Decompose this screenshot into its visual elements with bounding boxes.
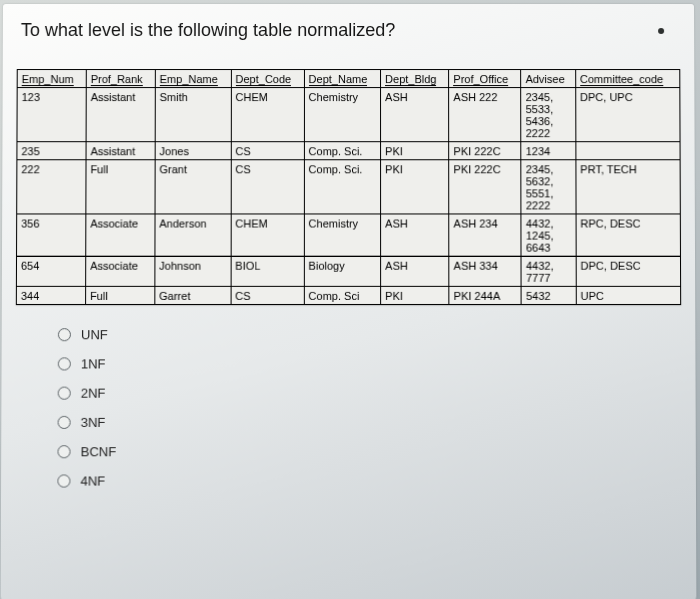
option-2nf[interactable]: 2NF — [58, 386, 682, 401]
cell-prof_office: PKI 222C — [449, 160, 521, 214]
cell-prof_office: ASH 334 — [449, 256, 521, 286]
option-3nf[interactable]: 3NF — [58, 415, 682, 430]
cell-committee — [576, 142, 680, 160]
option-label: 4NF — [80, 473, 105, 488]
cell-committee: RPC, DESC — [576, 214, 681, 256]
cell-dept_bldg: ASH — [381, 214, 449, 256]
col-dept-name: Dept_Name — [304, 70, 381, 88]
cell-dept_code: CHEM — [231, 214, 304, 256]
cell-dept_bldg: ASH — [381, 256, 449, 286]
cell-dept_name: Comp. Sci. — [304, 142, 381, 160]
cell-emp_name: Garret — [155, 286, 231, 304]
cell-dept_code: CS — [231, 286, 304, 304]
col-committee-code: Committee_code — [575, 70, 679, 88]
option-1nf[interactable]: 1NF — [58, 356, 682, 371]
cell-committee: UPC — [576, 286, 681, 304]
cell-dept_code: CS — [231, 160, 304, 214]
cell-dept_code: CHEM — [231, 88, 304, 142]
cell-advisee: 4432,7777 — [521, 256, 576, 286]
radio-icon[interactable] — [58, 387, 71, 400]
col-emp-num: Emp_Num — [17, 70, 86, 88]
col-advisee: Advisee — [521, 70, 575, 88]
cell-advisee: 2345,5533,5436,2222 — [521, 88, 576, 142]
table-row: 222FullGrantCSComp. Sci.PKIPKI 222C2345,… — [17, 160, 681, 214]
cell-advisee: 2345,5632,5551,2222 — [521, 160, 576, 214]
cell-dept_bldg: PKI — [381, 286, 449, 304]
cell-prof_rank: Associate — [86, 256, 155, 286]
cell-committee: DPC, DESC — [576, 256, 681, 286]
cell-prof_office: ASH 234 — [449, 214, 521, 256]
cell-prof_office: PKI 244A — [449, 286, 521, 304]
cell-dept_code: CS — [231, 142, 304, 160]
cell-emp_num: 344 — [16, 286, 85, 304]
option-label: 2NF — [81, 386, 106, 401]
radio-icon[interactable] — [58, 328, 71, 341]
cell-dept_name: Comp. Sci. — [304, 160, 381, 214]
cell-advisee: 4432,1245,6643 — [521, 214, 576, 256]
cell-dept_code: BIOL — [231, 256, 304, 286]
option-label: 3NF — [81, 415, 106, 430]
cell-emp_name: Smith — [155, 88, 231, 142]
cell-dept_name: Chemistry — [304, 88, 381, 142]
col-dept-bldg: Dept_Bldg — [381, 70, 449, 88]
cell-dept_bldg: PKI — [381, 160, 449, 214]
cell-dept_name: Comp. Sci — [304, 286, 381, 304]
radio-icon[interactable] — [57, 474, 70, 487]
cell-emp_num: 654 — [16, 256, 85, 286]
col-prof-office: Prof_Office — [449, 70, 521, 88]
cell-prof_rank: Full — [85, 286, 154, 304]
option-label: BCNF — [81, 444, 117, 459]
table-row: 654AssociateJohnsonBIOLBiologyASHASH 334… — [16, 256, 680, 286]
cell-dept_bldg: ASH — [381, 88, 449, 142]
cell-prof_rank: Full — [86, 160, 155, 214]
option-label: 1NF — [81, 356, 106, 371]
cell-emp_name: Jones — [155, 142, 231, 160]
question-text: To what level is the following table nor… — [21, 20, 680, 41]
cell-committee: DPC, UPC — [576, 88, 681, 142]
cell-emp_num: 235 — [17, 142, 86, 160]
table-row: 123AssistantSmithCHEMChemistryASHASH 222… — [17, 88, 680, 142]
radio-icon[interactable] — [58, 357, 71, 370]
option-4nf[interactable]: 4NF — [57, 473, 682, 488]
col-prof-rank: Prof_Rank — [86, 70, 155, 88]
table-row: 344FullGarretCSComp. SciPKIPKI 244A5432U… — [16, 286, 680, 304]
cell-advisee: 1234 — [521, 142, 576, 160]
cell-emp_num: 222 — [17, 160, 86, 214]
page-mark — [658, 28, 664, 34]
cell-prof_rank: Associate — [86, 214, 155, 256]
cell-emp_num: 123 — [17, 88, 86, 142]
cell-emp_name: Johnson — [155, 256, 231, 286]
cell-emp_name: Anderson — [155, 214, 231, 256]
cell-prof_rank: Assistant — [86, 142, 155, 160]
cell-advisee: 5432 — [521, 286, 576, 304]
col-emp-name: Emp_Name — [155, 70, 231, 88]
cell-emp_num: 356 — [17, 214, 86, 256]
table-row: 356AssociateAndersonCHEMChemistryASHASH … — [17, 214, 681, 256]
cell-dept_bldg: PKI — [381, 142, 449, 160]
option-label: UNF — [81, 327, 108, 342]
answer-options: UNF1NF2NF3NFBCNF4NF — [57, 327, 682, 488]
table-row: 235AssistantJonesCSComp. Sci.PKIPKI 222C… — [17, 142, 680, 160]
normalization-table: Emp_Num Prof_Rank Emp_Name Dept_Code Dep… — [16, 69, 681, 305]
option-unf[interactable]: UNF — [58, 327, 681, 342]
table-header-row: Emp_Num Prof_Rank Emp_Name Dept_Code Dep… — [17, 70, 680, 88]
cell-prof_office: ASH 222 — [449, 88, 521, 142]
cell-dept_name: Biology — [304, 256, 381, 286]
cell-committee: PRT, TECH — [576, 160, 681, 214]
cell-dept_name: Chemistry — [304, 214, 381, 256]
radio-icon[interactable] — [57, 445, 70, 458]
option-bcnf[interactable]: BCNF — [57, 444, 681, 459]
cell-prof_rank: Assistant — [86, 88, 155, 142]
cell-emp_name: Grant — [155, 160, 231, 214]
cell-prof_office: PKI 222C — [449, 142, 521, 160]
radio-icon[interactable] — [58, 416, 71, 429]
col-dept-code: Dept_Code — [231, 70, 304, 88]
